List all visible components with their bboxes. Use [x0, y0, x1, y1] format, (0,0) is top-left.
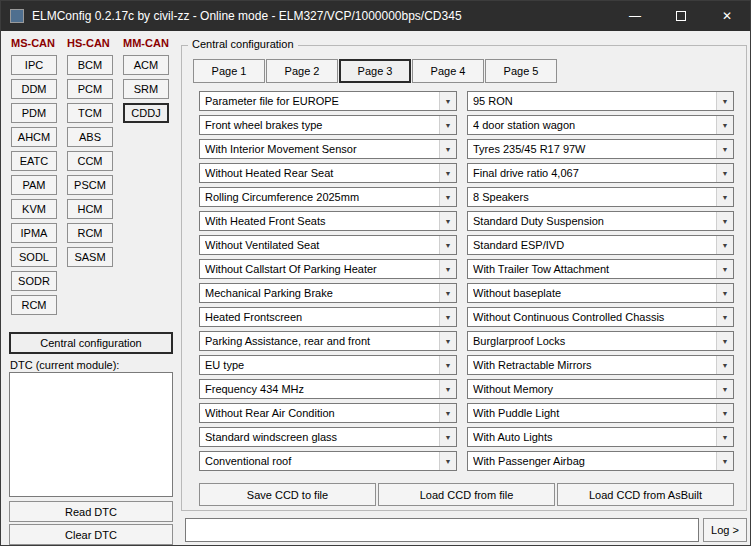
module-button-bcm[interactable]: BCM: [67, 55, 113, 75]
central-configuration-button[interactable]: Central configuration: [9, 332, 173, 354]
dropdown-arrow-icon[interactable]: ▼: [439, 428, 456, 446]
module-button-ipc[interactable]: IPC: [11, 55, 57, 75]
dropdown-arrow-icon[interactable]: ▼: [716, 380, 733, 398]
dropdown-arrow-icon[interactable]: ▼: [716, 212, 733, 230]
module-button-sodl[interactable]: SODL: [11, 247, 57, 267]
dropdown-arrow-icon[interactable]: ▼: [439, 140, 456, 158]
dropdown-arrow-icon[interactable]: ▼: [439, 164, 456, 182]
dropdown-arrow-icon[interactable]: ▼: [716, 428, 733, 446]
save-ccd-to-file-button[interactable]: Save CCD to file: [199, 483, 376, 506]
module-button-kvm[interactable]: KVM: [11, 199, 57, 219]
dropdown-arrow-icon[interactable]: ▼: [439, 116, 456, 134]
dropdown-arrow-icon[interactable]: ▼: [439, 92, 456, 110]
page-tab-3[interactable]: Page 3: [339, 59, 411, 83]
log-button[interactable]: Log >: [703, 518, 747, 542]
minimize-button[interactable]: —: [612, 1, 658, 31]
combo-left-row-14[interactable]: Without Rear Air Condition▼: [199, 403, 457, 423]
combo-left-row-7[interactable]: Without Ventilated Seat▼: [199, 235, 457, 255]
module-button-pscm[interactable]: PSCM: [67, 175, 113, 195]
module-button-pcm[interactable]: PCM: [67, 79, 113, 99]
module-button-pdm[interactable]: PDM: [11, 103, 57, 123]
combo-left-row-10[interactable]: Heated Frontscreen▼: [199, 307, 457, 327]
dropdown-arrow-icon[interactable]: ▼: [439, 452, 456, 470]
dropdown-arrow-icon[interactable]: ▼: [439, 284, 456, 302]
dropdown-arrow-icon[interactable]: ▼: [716, 92, 733, 110]
combo-left-row-6[interactable]: With Heated Front Seats▼: [199, 211, 457, 231]
dropdown-arrow-icon[interactable]: ▼: [716, 452, 733, 470]
combo-left-row-4[interactable]: Without Heated Rear Seat▼: [199, 163, 457, 183]
combo-right-row-14[interactable]: With Puddle Light▼: [467, 403, 734, 423]
module-button-ipma[interactable]: IPMA: [11, 223, 57, 243]
dropdown-arrow-icon[interactable]: ▼: [439, 260, 456, 278]
combo-right-row-3[interactable]: Tyres 235/45 R17 97W▼: [467, 139, 734, 159]
page-tab-2[interactable]: Page 2: [266, 59, 338, 83]
page-tab-5[interactable]: Page 5: [485, 59, 557, 83]
dropdown-arrow-icon[interactable]: ▼: [439, 308, 456, 326]
module-button-cddj[interactable]: CDDJ: [123, 103, 169, 123]
combo-right-row-5[interactable]: 8 Speakers▼: [467, 187, 734, 207]
combo-left-row-13[interactable]: Frequency 434 MHz▼: [199, 379, 457, 399]
combo-right-row-8[interactable]: With Trailer Tow Attachment▼: [467, 259, 734, 279]
combo-left-row-9[interactable]: Mechanical Parking Brake▼: [199, 283, 457, 303]
combo-right-row-16[interactable]: With Passenger Airbag▼: [467, 451, 734, 471]
dropdown-arrow-icon[interactable]: ▼: [439, 332, 456, 350]
dropdown-arrow-icon[interactable]: ▼: [716, 164, 733, 182]
module-button-sasm[interactable]: SASM: [67, 247, 113, 267]
module-button-ddm[interactable]: DDM: [11, 79, 57, 99]
combo-right-row-11[interactable]: Burglarproof Locks▼: [467, 331, 734, 351]
dropdown-arrow-icon[interactable]: ▼: [716, 308, 733, 326]
dropdown-arrow-icon[interactable]: ▼: [716, 236, 733, 254]
dropdown-arrow-icon[interactable]: ▼: [439, 404, 456, 422]
dropdown-arrow-icon[interactable]: ▼: [439, 380, 456, 398]
dropdown-arrow-icon[interactable]: ▼: [716, 140, 733, 158]
combo-left-row-8[interactable]: Without Callstart Of Parking Heater▼: [199, 259, 457, 279]
dropdown-arrow-icon[interactable]: ▼: [439, 212, 456, 230]
module-button-ccm[interactable]: CCM: [67, 151, 113, 171]
combo-left-row-3[interactable]: With Interior Movement Sensor▼: [199, 139, 457, 159]
module-button-sodr[interactable]: SODR: [11, 271, 57, 291]
combo-right-row-6[interactable]: Standard Duty Suspension▼: [467, 211, 734, 231]
combo-left-row-5[interactable]: Rolling Circumference 2025mm▼: [199, 187, 457, 207]
combo-right-row-4[interactable]: Final drive ratio 4,067▼: [467, 163, 734, 183]
module-button-tcm[interactable]: TCM: [67, 103, 113, 123]
dtc-listbox[interactable]: [9, 372, 173, 497]
module-button-rcm[interactable]: RCM: [67, 223, 113, 243]
module-button-srm[interactable]: SRM: [123, 79, 169, 99]
dropdown-arrow-icon[interactable]: ▼: [716, 116, 733, 134]
combo-right-row-9[interactable]: Without baseplate▼: [467, 283, 734, 303]
combo-left-row-2[interactable]: Front wheel brakes type▼: [199, 115, 457, 135]
module-button-rcm[interactable]: RCM: [11, 295, 57, 315]
dropdown-arrow-icon[interactable]: ▼: [716, 188, 733, 206]
load-ccd-from-file-button[interactable]: Load CCD from file: [378, 483, 555, 506]
combo-left-row-12[interactable]: EU type▼: [199, 355, 457, 375]
dropdown-arrow-icon[interactable]: ▼: [716, 332, 733, 350]
combo-right-row-13[interactable]: Without Memory▼: [467, 379, 734, 399]
combo-right-row-7[interactable]: Standard ESP/IVD▼: [467, 235, 734, 255]
combo-left-row-1[interactable]: Parameter file for EUROPE▼: [199, 91, 457, 111]
page-tab-1[interactable]: Page 1: [193, 59, 265, 83]
combo-left-row-16[interactable]: Conventional roof▼: [199, 451, 457, 471]
dropdown-arrow-icon[interactable]: ▼: [716, 284, 733, 302]
dropdown-arrow-icon[interactable]: ▼: [439, 188, 456, 206]
dropdown-arrow-icon[interactable]: ▼: [716, 404, 733, 422]
command-input[interactable]: [185, 518, 699, 542]
load-ccd-from-asbuilt-button[interactable]: Load CCD from AsBuilt: [557, 483, 734, 506]
module-button-ahcm[interactable]: AHCM: [11, 127, 57, 147]
module-button-eatc[interactable]: EATC: [11, 151, 57, 171]
combo-left-row-15[interactable]: Standard windscreen glass▼: [199, 427, 457, 447]
maximize-button[interactable]: [658, 1, 704, 31]
module-button-pam[interactable]: PAM: [11, 175, 57, 195]
combo-right-row-10[interactable]: Without Continuous Controlled Chassis▼: [467, 307, 734, 327]
page-tab-4[interactable]: Page 4: [412, 59, 484, 83]
module-button-abs[interactable]: ABS: [67, 127, 113, 147]
dropdown-arrow-icon[interactable]: ▼: [716, 356, 733, 374]
module-button-hcm[interactable]: HCM: [67, 199, 113, 219]
combo-right-row-1[interactable]: 95 RON▼: [467, 91, 734, 111]
dropdown-arrow-icon[interactable]: ▼: [439, 356, 456, 374]
combo-right-row-2[interactable]: 4 door station wagon▼: [467, 115, 734, 135]
combo-left-row-11[interactable]: Parking Assistance, rear and front▼: [199, 331, 457, 351]
combo-right-row-15[interactable]: With Auto Lights▼: [467, 427, 734, 447]
dropdown-arrow-icon[interactable]: ▼: [716, 260, 733, 278]
close-button[interactable]: ✕: [704, 1, 750, 31]
read-dtc-button[interactable]: Read DTC: [9, 501, 173, 522]
